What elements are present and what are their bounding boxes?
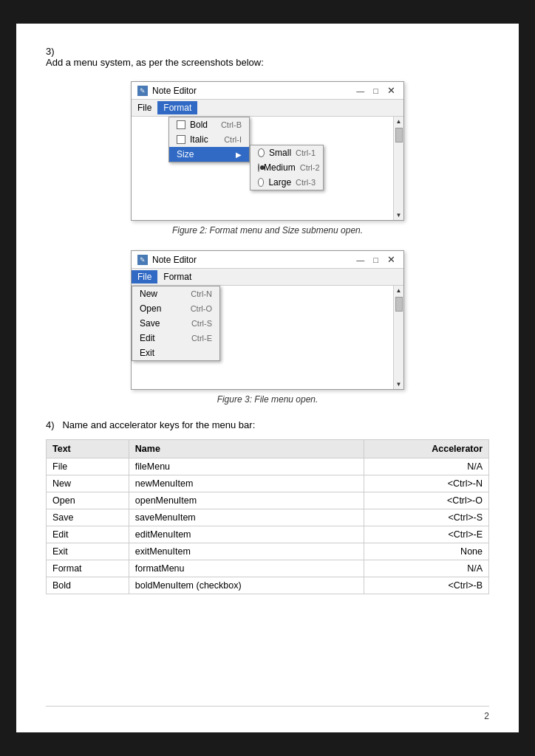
file-menu-item[interactable]: File — [132, 101, 157, 114]
edit-label: Edit — [140, 333, 155, 343]
scroll-down[interactable]: ▼ — [396, 210, 402, 220]
small-shortcut: Ctrl-1 — [296, 148, 316, 157]
section4-text: Name and accelerator keys for the menu b… — [62, 419, 255, 430]
save-shortcut: Ctrl-S — [191, 319, 212, 328]
app-icon: ✎ — [137, 86, 148, 96]
format-dropdown: Bold Ctrl-B Italic Ctrl-I Size ▶ — [168, 117, 250, 162]
table-row: FormatformatMenuN/A — [47, 560, 489, 577]
exit-label: Exit — [140, 348, 154, 358]
edit-menu-item[interactable]: Edit Ctrl-E — [132, 331, 219, 346]
cell-accelerator: None — [364, 543, 489, 560]
window-controls-figure3: — □ ✕ — [354, 254, 398, 265]
menubar-figure2: File Format — [132, 100, 403, 117]
format-menu-item-fig3[interactable]: Format — [157, 270, 197, 284]
open-label: Open — [140, 303, 161, 314]
cell-name: fileMenu — [129, 458, 364, 475]
table-row: OpenopenMenuItem<Ctrl>-O — [47, 492, 489, 509]
table-body: FilefileMenuN/ANewnewMenuItem<Ctrl>-NOpe… — [47, 458, 489, 594]
large-menu-item[interactable]: Large Ctrl-3 — [251, 175, 323, 190]
col-header-name: Name — [129, 440, 364, 458]
size-arrow: ▶ — [236, 151, 242, 159]
scroll-up[interactable]: ▲ — [396, 117, 402, 126]
small-label: Small — [269, 148, 291, 158]
small-menu-item[interactable]: Small Ctrl-1 — [251, 145, 323, 160]
cell-accelerator: <Ctrl>-O — [364, 492, 489, 509]
large-label: Large — [268, 177, 291, 188]
col-header-text: Text — [47, 440, 129, 458]
cell-text: Edit — [47, 526, 129, 543]
new-shortcut: Ctrl-N — [191, 289, 212, 298]
scrollbar-figure3[interactable]: ▲ ▼ — [393, 286, 403, 389]
scroll-down-fig3[interactable]: ▼ — [396, 379, 402, 389]
scroll-thumb-fig3[interactable] — [395, 297, 403, 312]
medium-label: Medium — [264, 162, 296, 173]
edit-shortcut: Ctrl-E — [191, 334, 212, 343]
table-header-row: Text Name Accelerator — [47, 440, 489, 458]
table-row: NewnewMenuItem<Ctrl>-N — [47, 475, 489, 492]
table-row: SavesaveMenuItem<Ctrl>-S — [47, 509, 489, 526]
large-radio — [258, 178, 264, 187]
new-menu-item[interactable]: New Ctrl-N — [132, 286, 219, 301]
cell-name: newMenuItem — [129, 475, 364, 492]
save-menu-item[interactable]: Save Ctrl-S — [132, 316, 219, 331]
medium-menu-item[interactable]: Medium Ctrl-2 — [251, 160, 323, 175]
menubar-figure3: File Format — [132, 269, 403, 286]
maximize-button[interactable]: □ — [371, 86, 381, 95]
instruction-number: 3) — [46, 46, 75, 57]
page-number: 2 — [484, 711, 489, 721]
section4-title: 4) Name and accelerator keys for the men… — [46, 419, 489, 430]
file-dropdown: New Ctrl-N Open Ctrl-O Save Ctrl-S Edit … — [132, 286, 220, 361]
bold-menu-item[interactable]: Bold Ctrl-B — [169, 117, 249, 132]
section4: 4) Name and accelerator keys for the men… — [46, 419, 489, 594]
cell-text: Format — [47, 560, 129, 577]
size-menu-item[interactable]: Size ▶ — [169, 147, 249, 162]
figure2-window: ✎ Note Editor — □ ✕ File Format — [131, 81, 404, 221]
new-label: New — [140, 289, 157, 299]
bold-checkbox — [177, 120, 185, 129]
scroll-up-fig3[interactable]: ▲ — [396, 286, 402, 295]
section4-number: 4) — [46, 419, 55, 430]
col-header-accelerator: Accelerator — [364, 440, 489, 458]
cell-accelerator: <Ctrl>-S — [364, 509, 489, 526]
maximize-button-fig3[interactable]: □ — [371, 255, 381, 264]
file-menu-item-fig3[interactable]: File — [132, 270, 157, 284]
cell-name: saveMenuItem — [129, 509, 364, 526]
cell-text: Bold — [47, 577, 129, 594]
close-button-fig3[interactable]: ✕ — [385, 254, 398, 265]
cell-text: New — [47, 475, 129, 492]
scroll-thumb[interactable] — [395, 128, 403, 142]
italic-menu-item[interactable]: Italic Ctrl-I — [169, 132, 249, 147]
format-menu-item[interactable]: Format — [157, 101, 197, 114]
italic-label: Italic — [190, 134, 208, 145]
figure2-caption: Figure 2: Format menu and Size submenu o… — [46, 225, 489, 236]
cell-accelerator: N/A — [364, 560, 489, 577]
open-menu-item[interactable]: Open Ctrl-O — [132, 301, 219, 316]
table-row: BoldboldMenuItem (checkbox)<Ctrl>-B — [47, 577, 489, 594]
window-title-label: Note Editor — [152, 86, 197, 96]
cell-name: editMenuItem — [129, 526, 364, 543]
instruction-text: Add a menu system, as per the screenshot… — [46, 57, 460, 68]
exit-menu-item[interactable]: Exit — [132, 346, 219, 360]
bold-shortcut: Ctrl-B — [221, 120, 242, 129]
italic-shortcut: Ctrl-I — [224, 135, 242, 144]
open-shortcut: Ctrl-O — [191, 304, 212, 313]
cell-text: Exit — [47, 543, 129, 560]
medium-shortcut: Ctrl-2 — [300, 163, 320, 172]
minimize-button[interactable]: — — [354, 86, 367, 95]
close-button[interactable]: ✕ — [385, 85, 398, 96]
scrollbar-figure2[interactable]: ▲ ▼ — [393, 117, 403, 220]
app-icon-fig3: ✎ — [137, 255, 148, 265]
small-radio — [258, 148, 265, 157]
cell-name: boldMenuItem (checkbox) — [129, 577, 364, 594]
table-row: ExitexitMenuItemNone — [47, 543, 489, 560]
medium-radio — [258, 163, 259, 172]
window-controls-figure2: — □ ✕ — [354, 85, 398, 96]
minimize-button-fig3[interactable]: — — [354, 255, 367, 264]
figure3-caption: Figure 3: File menu open. — [46, 394, 489, 405]
cell-accelerator: <Ctrl>-B — [364, 577, 489, 594]
table-row: EditeditMenuItem<Ctrl>-E — [47, 526, 489, 543]
window-body-figure3: New Ctrl-N Open Ctrl-O Save Ctrl-S Edit … — [132, 286, 403, 389]
page-line — [46, 706, 489, 707]
cell-name: formatMenu — [129, 560, 364, 577]
cell-accelerator: N/A — [364, 458, 489, 475]
